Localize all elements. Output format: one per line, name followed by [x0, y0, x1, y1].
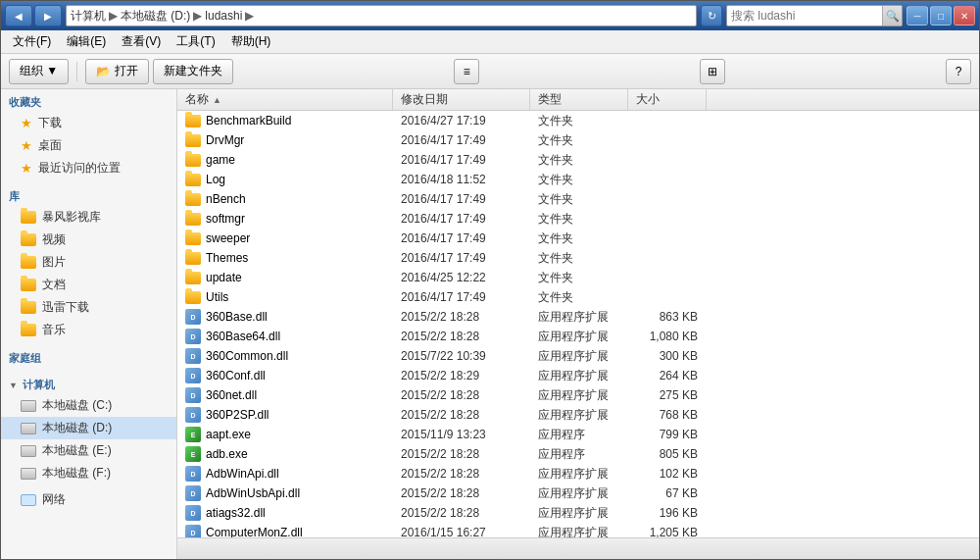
breadcrumb-drive[interactable]: 本地磁盘 (D:)	[121, 8, 190, 25]
table-row[interactable]: update 2016/4/25 12:22 文件夹	[177, 268, 979, 287]
sidebar-item-drive-e[interactable]: 本地磁盘 (E:)	[1, 439, 176, 462]
table-row[interactable]: D AdbWinApi.dll 2015/2/2 18:28 应用程序扩展 10…	[177, 464, 979, 484]
file-name: D 360Base.dll	[177, 307, 393, 327]
file-date: 2016/4/17 17:49	[393, 130, 530, 150]
sidebar-item-drive-d[interactable]: 本地磁盘 (D:)	[1, 417, 176, 439]
table-row[interactable]: D 360Base.dll 2015/2/2 18:28 应用程序扩展 863 …	[177, 307, 979, 327]
refresh-button[interactable]: ↻	[701, 5, 722, 26]
table-row[interactable]: Log 2016/4/18 11:52 文件夹	[177, 170, 979, 189]
minimize-button[interactable]: ─	[906, 6, 928, 25]
star-icon: ★	[21, 138, 32, 153]
sidebar-item-drive-f[interactable]: 本地磁盘 (F:)	[1, 462, 176, 484]
file-size: 196 KB	[628, 503, 707, 523]
computer-header[interactable]: ▼ 计算机	[1, 372, 176, 394]
sidebar-item-network[interactable]: 网络	[1, 488, 176, 511]
help-button[interactable]: ?	[946, 59, 971, 84]
file-name-text: game	[206, 153, 235, 167]
sidebar-item-media[interactable]: 暴风影视库	[1, 206, 176, 229]
table-row[interactable]: E adb.exe 2015/2/2 18:28 应用程序 805 KB	[177, 444, 979, 464]
file-type: 文件夹	[530, 189, 628, 209]
table-row[interactable]: sweeper 2016/4/17 17:49 文件夹	[177, 229, 979, 248]
table-row[interactable]: D 360Common.dll 2015/7/22 10:39 应用程序扩展 3…	[177, 346, 979, 366]
close-button[interactable]: ✕	[954, 6, 975, 25]
folder-icon	[185, 232, 201, 245]
col-header-name[interactable]: 名称 ▲	[177, 89, 393, 110]
folder-icon	[185, 272, 201, 284]
file-type: 文件夹	[530, 111, 628, 130]
file-name-text: 360P2SP.dll	[206, 408, 270, 422]
table-row[interactable]: D 360net.dll 2015/2/2 18:28 应用程序扩展 275 K…	[177, 385, 979, 405]
drive-icon	[21, 400, 36, 412]
search-input[interactable]	[727, 9, 882, 23]
library-section: 库 暴风影视库 视频 图片 文档	[1, 183, 176, 341]
menu-tools[interactable]: 工具(T)	[169, 31, 222, 52]
sidebar-item-xunlei[interactable]: 迅雷下载	[1, 296, 176, 319]
file-name-text: 360Common.dll	[206, 349, 288, 363]
breadcrumb-sep3: ▶	[245, 9, 254, 23]
menu-view[interactable]: 查看(V)	[114, 31, 169, 52]
file-name-text: update	[206, 271, 242, 284]
table-row[interactable]: DrvMgr 2016/4/17 17:49 文件夹	[177, 130, 979, 150]
new-folder-button[interactable]: 新建文件夹	[153, 59, 233, 84]
search-icon[interactable]: 🔍	[882, 6, 902, 25]
file-date: 2015/7/22 10:39	[393, 346, 530, 366]
library-header[interactable]: 库	[1, 183, 176, 206]
view-button[interactable]: ≡	[454, 59, 479, 84]
sidebar-item-video[interactable]: 视频	[1, 229, 176, 251]
sidebar-item-recent[interactable]: ★ 最近访问的位置	[1, 157, 176, 179]
favorites-header[interactable]: 收藏夹	[1, 89, 176, 112]
breadcrumb-computer[interactable]: 计算机	[71, 8, 106, 25]
sidebar-item-docs[interactable]: 文档	[1, 274, 176, 296]
file-date: 2015/2/2 18:28	[393, 385, 530, 405]
favorites-section: 收藏夹 ★ 下载 ★ 桌面 ★ 最近访问的位置	[1, 89, 176, 179]
file-name: update	[177, 268, 393, 287]
file-size: 264 KB	[628, 366, 707, 385]
breadcrumb[interactable]: 计算机 ▶ 本地磁盘 (D:) ▶ ludashi ▶	[66, 5, 697, 26]
table-row[interactable]: game 2016/4/17 17:49 文件夹	[177, 150, 979, 170]
open-icon: 📂	[96, 65, 111, 78]
sidebar-item-label: 音乐	[42, 322, 66, 338]
file-size: 799 KB	[628, 425, 707, 444]
table-row[interactable]: D ComputerMonZ.dll 2016/1/15 16:27 应用程序扩…	[177, 523, 979, 537]
table-row[interactable]: Utils 2016/4/17 17:49 文件夹	[177, 287, 979, 307]
sidebar-item-desktop[interactable]: ★ 桌面	[1, 134, 176, 157]
menu-edit[interactable]: 编辑(E)	[59, 31, 114, 52]
table-row[interactable]: BenchmarkBuild 2016/4/27 17:19 文件夹	[177, 111, 979, 130]
menu-file[interactable]: 文件(F)	[5, 31, 59, 52]
menu-help[interactable]: 帮助(H)	[223, 31, 279, 52]
table-row[interactable]: Themes 2016/4/17 17:49 文件夹	[177, 248, 979, 268]
file-date: 2016/4/18 11:52	[393, 170, 530, 189]
table-row[interactable]: D 360Base64.dll 2015/2/2 18:28 应用程序扩展 1,…	[177, 327, 979, 346]
file-size	[628, 130, 707, 150]
breadcrumb-folder[interactable]: ludashi	[205, 9, 242, 23]
table-row[interactable]: D AdbWinUsbApi.dll 2015/2/2 18:28 应用程序扩展…	[177, 484, 979, 503]
sidebar-item-music[interactable]: 音乐	[1, 319, 176, 341]
sidebar-item-drive-c[interactable]: 本地磁盘 (C:)	[1, 394, 176, 417]
sidebar-item-downloads[interactable]: ★ 下载	[1, 112, 176, 134]
col-header-type[interactable]: 类型	[530, 89, 628, 110]
table-row[interactable]: D 360Conf.dll 2015/2/2 18:29 应用程序扩展 264 …	[177, 366, 979, 385]
col-header-date[interactable]: 修改日期	[393, 89, 530, 110]
maximize-button[interactable]: □	[930, 6, 952, 25]
table-row[interactable]: D 360P2SP.dll 2015/2/2 18:28 应用程序扩展 768 …	[177, 405, 979, 425]
sidebar-item-label: 暴风影视库	[42, 209, 101, 226]
table-row[interactable]: nBench 2016/4/17 17:49 文件夹	[177, 189, 979, 209]
back-button[interactable]: ◀	[5, 5, 32, 26]
sidebar-item-pictures[interactable]: 图片	[1, 251, 176, 274]
file-name: E adb.exe	[177, 444, 393, 464]
folder-icon	[21, 324, 36, 336]
organize-button[interactable]: 组织 ▼	[9, 59, 69, 84]
star-icon: ★	[21, 161, 32, 176]
table-row[interactable]: softmgr 2016/4/17 17:49 文件夹	[177, 209, 979, 229]
file-name: D 360Conf.dll	[177, 366, 393, 385]
sidebar-item-label: 迅雷下载	[42, 299, 89, 316]
folder-icon	[185, 134, 201, 147]
homegroup-header[interactable]: 家庭组	[1, 345, 176, 368]
col-header-size[interactable]: 大小	[628, 89, 707, 110]
table-row[interactable]: D atiags32.dll 2015/2/2 18:28 应用程序扩展 196…	[177, 503, 979, 523]
forward-button[interactable]: ▶	[34, 5, 62, 26]
view-toggle-button[interactable]: ⊞	[700, 59, 725, 84]
table-row[interactable]: E aapt.exe 2015/11/9 13:23 应用程序 799 KB	[177, 425, 979, 444]
open-button[interactable]: 📂 打开	[85, 59, 149, 84]
sidebar-item-label: 本地磁盘 (E:)	[42, 442, 112, 459]
